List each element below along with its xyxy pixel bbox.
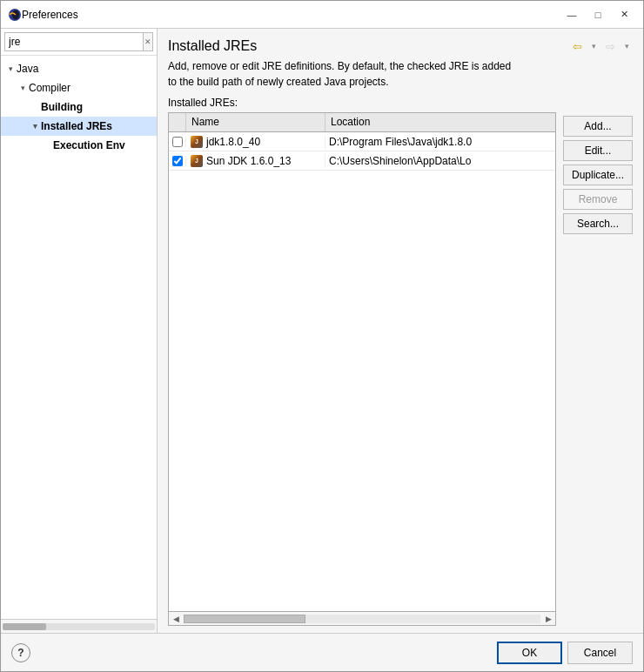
table-scrollbar[interactable]: ◀ ▶ — [169, 611, 555, 625]
row-checkbox-jdk180_40[interactable] — [169, 137, 186, 147]
panel-description: Add, remove or edit JRE definitions. By … — [158, 58, 643, 97]
jre-icon-jdk180_40: J — [190, 135, 204, 149]
scroll-right-arrow[interactable]: ▶ — [541, 612, 555, 626]
row-name-sun_jdk_1613: JSun JDK 1.6.0_13 — [186, 154, 325, 168]
sidebar-item-installed-jres[interactable]: ▾Installed JREs — [1, 117, 157, 136]
description-line1: Add, remove or edit JRE definitions. By … — [168, 60, 511, 72]
table-label: Installed JREs: — [168, 97, 556, 109]
preferences-window: Preferences — □ ✕ ✕ ▾Java▾CompilerBuildi… — [0, 0, 644, 672]
edit-button[interactable]: Edit... — [563, 140, 633, 161]
jre-icon-sun_jdk_1613: J — [190, 154, 204, 168]
sidebar-item-building[interactable]: Building — [1, 97, 157, 117]
add-button[interactable]: Add... — [563, 116, 633, 137]
panel-header: Installed JREs ⇦ ▾ ⇨ ▾ — [158, 29, 643, 58]
help-button[interactable]: ? — [11, 643, 30, 662]
table-hscroll-thumb[interactable] — [184, 615, 305, 623]
close-button[interactable]: ✕ — [612, 5, 636, 24]
forward-dropdown[interactable]: ▾ — [621, 37, 633, 55]
back-button[interactable]: ⇦ — [568, 37, 586, 55]
tree-arrow-compiler: ▾ — [17, 82, 29, 94]
ok-button[interactable]: OK — [497, 642, 562, 664]
sidebar: ✕ ▾Java▾CompilerBuilding▾Installed JREsE… — [1, 29, 158, 633]
sidebar-horizontal-scrollbar[interactable] — [1, 619, 157, 633]
row-location-jdk180_40: D:\Program Files\Java\jdk1.8.0 — [325, 136, 555, 148]
minimize-button[interactable]: — — [560, 5, 584, 24]
sidebar-item-java[interactable]: ▾Java — [1, 59, 157, 78]
remove-button[interactable]: Remove — [563, 189, 633, 210]
table-hscroll-track[interactable] — [184, 615, 540, 623]
sidebar-item-label-installed-jres: Installed JREs — [41, 120, 112, 132]
sidebar-tree: ▾Java▾CompilerBuilding▾Installed JREsExe… — [1, 56, 157, 619]
jre-icon-inner-sun_jdk_1613: J — [191, 155, 203, 167]
back-dropdown[interactable]: ▾ — [587, 37, 600, 55]
panel-title: Installed JREs — [168, 38, 257, 54]
table-header: Name Location — [169, 113, 555, 132]
tree-arrow-installed-jres: ▾ — [29, 120, 41, 132]
search-input[interactable] — [4, 32, 144, 51]
window-controls: — □ ✕ — [560, 5, 636, 24]
checkbox-jdk180_40[interactable] — [172, 137, 183, 147]
table-row[interactable]: Jjdk1.8.0_40D:\Program Files\Java\jdk1.8… — [169, 132, 555, 151]
app-icon — [8, 8, 22, 22]
description-line2: to the build path of newly created Java … — [168, 76, 388, 88]
sidebar-item-label-execution-env: Execution Env — [53, 139, 125, 151]
duplicate-button[interactable]: Duplicate... — [563, 165, 633, 185]
sidebar-item-execution-env[interactable]: Execution Env — [1, 136, 157, 155]
sidebar-item-compiler[interactable]: ▾Compiler — [1, 78, 157, 97]
navigation-arrows: ⇦ ▾ ⇨ ▾ — [568, 37, 633, 55]
titlebar: Preferences — □ ✕ — [1, 1, 643, 29]
main-content: ✕ ▾Java▾CompilerBuilding▾Installed JREsE… — [1, 29, 643, 633]
search-button[interactable]: Search... — [563, 213, 633, 234]
bottom-bar: ? OK Cancel — [1, 633, 643, 671]
tree-arrow-java: ▾ — [4, 63, 17, 75]
sidebar-scroll-track[interactable] — [3, 623, 155, 630]
table-section: Installed JREs: Name Location Jjdk1.8.0_… — [168, 97, 556, 626]
forward-button[interactable]: ⇨ — [601, 37, 619, 55]
window-title: Preferences — [22, 9, 560, 21]
header-checkbox-col — [169, 113, 186, 131]
action-buttons: Add... Edit... Duplicate... Remove Searc… — [563, 97, 633, 626]
maximize-button[interactable]: □ — [586, 5, 610, 24]
row-name-text-jdk180_40: jdk1.8.0_40 — [206, 136, 260, 148]
header-name-col: Name — [186, 113, 325, 131]
cancel-button[interactable]: Cancel — [567, 642, 633, 664]
header-location-col: Location — [325, 113, 555, 131]
panel-body: Installed JREs: Name Location Jjdk1.8.0_… — [158, 97, 643, 633]
tree-arrow-execution-env — [41, 139, 53, 151]
search-clear-button[interactable]: ✕ — [144, 32, 153, 51]
checkbox-sun_jdk_1613[interactable] — [172, 156, 183, 166]
table-body: Jjdk1.8.0_40D:\Program Files\Java\jdk1.8… — [169, 132, 555, 611]
row-location-sun_jdk_1613: C:\Users\Shinelon\AppData\Lo — [325, 155, 555, 167]
jre-table: Name Location Jjdk1.8.0_40D:\Program Fil… — [168, 112, 556, 626]
row-name-jdk180_40: Jjdk1.8.0_40 — [186, 135, 325, 149]
search-box: ✕ — [1, 29, 157, 56]
sidebar-item-label-compiler: Compiler — [29, 82, 70, 94]
table-row[interactable]: JSun JDK 1.6.0_13C:\Users\Shinelon\AppDa… — [169, 151, 555, 171]
scroll-left-arrow[interactable]: ◀ — [169, 612, 183, 626]
sidebar-item-label-java: Java — [17, 63, 38, 75]
row-checkbox-sun_jdk_1613[interactable] — [169, 156, 186, 166]
right-panel: Installed JREs ⇦ ▾ ⇨ ▾ Add, remove or ed… — [158, 29, 643, 633]
jre-icon-inner-jdk180_40: J — [191, 136, 203, 148]
sidebar-item-label-building: Building — [41, 101, 83, 113]
svg-point-1 — [12, 10, 19, 19]
dialog-buttons: OK Cancel — [497, 642, 633, 664]
tree-arrow-building — [29, 101, 41, 113]
row-name-text-sun_jdk_1613: Sun JDK 1.6.0_13 — [206, 155, 291, 167]
sidebar-scroll-thumb[interactable] — [3, 623, 46, 630]
